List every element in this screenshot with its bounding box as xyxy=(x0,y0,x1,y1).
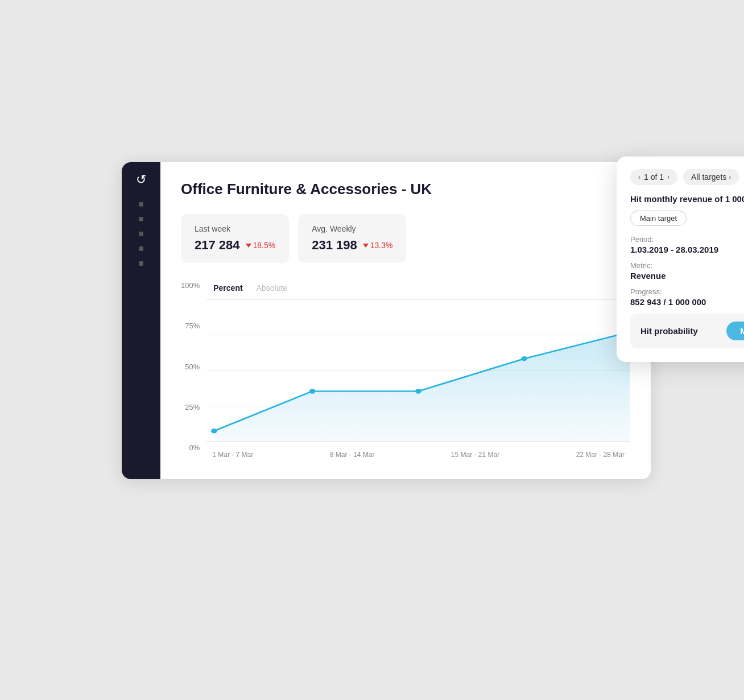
nav-pill[interactable]: ‹ 1 of 1 › xyxy=(630,169,677,185)
stat-card-last-week: Last week 217 284 18.5% xyxy=(181,214,289,263)
x-label-2: 8 Mar - 14 Mar xyxy=(330,451,375,459)
hit-probability-label: Hit probability xyxy=(640,326,698,336)
nav-prev-arrow[interactable]: ‹ xyxy=(638,173,640,181)
tab-absolute[interactable]: Absolute xyxy=(250,281,294,295)
stats-row: Last week 217 284 18.5% Avg. Weekly 231 … xyxy=(181,214,630,263)
period-label: Period: xyxy=(630,235,744,244)
sidebar-item-3[interactable] xyxy=(139,232,143,236)
logo-icon: ↺ xyxy=(136,172,146,187)
period-value: 1.03.2019 - 28.03.2019 xyxy=(630,245,744,254)
hit-probability-badge: Medium xyxy=(726,322,744,340)
arrow-down-icon-2 xyxy=(363,244,369,248)
nav-text: 1 of 1 xyxy=(644,172,664,182)
chart-dot-1 xyxy=(211,429,217,433)
y-label-25: 25% xyxy=(185,403,200,411)
y-label-100: 100% xyxy=(181,281,200,290)
stat-change-value-1: 18.5% xyxy=(253,241,276,250)
x-label-3: 15 Mar - 21 Mar xyxy=(451,451,499,459)
y-label-75: 75% xyxy=(185,322,200,330)
main-target-badge: Main target xyxy=(630,211,687,226)
stat-label-last-week: Last week xyxy=(195,224,275,233)
stat-card-avg-weekly: Avg. Weekly 231 198 13.3% xyxy=(298,214,406,263)
progress-value: 852 943 / 1 000 000 xyxy=(630,297,744,307)
stat-value-avg-weekly: 231 198 xyxy=(312,238,357,253)
chart-row: 100% 75% 50% 25% 0% Percent Absolute xyxy=(181,281,630,459)
stat-change-value-2: 13.3% xyxy=(370,241,393,250)
hit-probability-row: Hit probability Medium xyxy=(630,314,744,348)
outer-wrapper: ↺ Office Furniture & Accessories - UK La… xyxy=(93,151,651,549)
chart-container: 1 Mar - 7 Mar 8 Mar - 14 Mar 15 Mar - 21… xyxy=(206,299,630,459)
main-card: ↺ Office Furniture & Accessories - UK La… xyxy=(122,162,651,479)
all-targets-arrow-icon: › xyxy=(729,173,731,181)
metric-value: Revenue xyxy=(630,271,744,281)
chart-tabs: Percent Absolute xyxy=(206,281,630,295)
x-label-4: 22 Mar - 28 Mar xyxy=(576,451,625,459)
y-label-50: 50% xyxy=(185,363,200,371)
chart-y-axis: 100% 75% 50% 25% 0% xyxy=(181,281,200,452)
stat-value-last-week: 217 284 xyxy=(195,238,240,253)
y-label-0: 0% xyxy=(189,443,200,452)
chart-dot-2 xyxy=(309,389,316,393)
stat-label-avg-weekly: Avg. Weekly xyxy=(312,224,392,233)
content-area: Office Furniture & Accessories - UK Last… xyxy=(160,162,651,479)
x-label-1: 1 Mar - 7 Mar xyxy=(212,451,253,459)
metric-label: Metric: xyxy=(630,261,744,270)
target-card: ‹ 1 of 1 › All targets › Hit monthly rev… xyxy=(617,157,744,362)
sidebar: ↺ xyxy=(122,162,160,479)
all-targets-label: All targets xyxy=(691,172,726,182)
tab-percent[interactable]: Percent xyxy=(206,281,249,295)
stat-change-avg-weekly: 13.3% xyxy=(363,241,393,250)
chart-dot-4 xyxy=(521,356,527,361)
arrow-down-icon-1 xyxy=(246,244,251,248)
sidebar-item-2[interactable] xyxy=(139,217,143,221)
chart-wrapper: Percent Absolute xyxy=(206,281,630,459)
target-nav: ‹ 1 of 1 › All targets › xyxy=(630,169,744,185)
sidebar-item-4[interactable] xyxy=(139,246,143,251)
chart-dot-3 xyxy=(415,389,421,393)
stat-change-last-week: 18.5% xyxy=(246,241,276,250)
page-title: Office Furniture & Accessories - UK xyxy=(181,180,630,198)
x-axis: 1 Mar - 7 Mar 8 Mar - 14 Mar 15 Mar - 21… xyxy=(206,451,630,459)
sidebar-item-5[interactable] xyxy=(139,261,143,266)
target-title: Hit monthly revenue of 1 000 000 xyxy=(630,194,744,204)
all-targets-button[interactable]: All targets › xyxy=(683,169,739,185)
nav-next-arrow[interactable]: › xyxy=(667,173,669,181)
stat-value-row-last-week: 217 284 18.5% xyxy=(195,238,275,253)
sidebar-item-1[interactable] xyxy=(139,202,143,207)
progress-label: Progress: xyxy=(630,287,744,296)
chart-svg xyxy=(206,299,630,442)
stat-value-row-avg-weekly: 231 198 13.3% xyxy=(312,238,392,253)
